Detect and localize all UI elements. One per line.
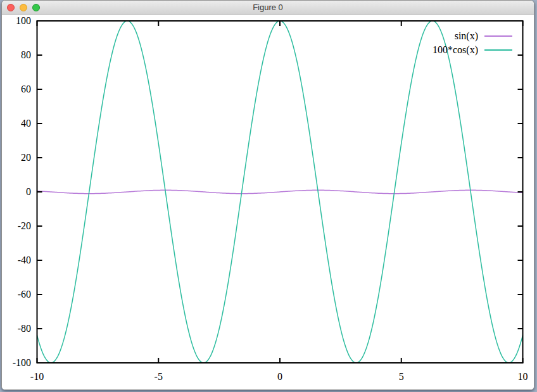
x-tick-label: -5 [139,371,177,383]
legend: sin(x)100*cos(x) [433,29,512,57]
gnuplot-figure-window: Figure 0 -100-80-60-40-20020406080100-10… [1,0,534,390]
y-tick-label: 20 [2,152,31,163]
legend-label: 100*cos(x) [433,44,478,56]
curve-sin-0 [37,190,523,193]
window-titlebar[interactable]: Figure 0 [2,1,534,15]
x-tick-label: 5 [382,371,420,383]
y-tick-label: -80 [2,323,31,334]
plot-canvas: -100-80-60-40-20020406080100-10-50510sin… [2,15,534,390]
y-tick-label: 60 [2,84,31,95]
x-tick-label: -10 [18,371,56,383]
y-tick-label: 80 [2,49,31,61]
plot-svg [2,15,534,390]
y-tick-label: -20 [2,220,31,232]
legend-line-sample [484,35,512,37]
legend-item: 100*cos(x) [433,43,512,57]
y-tick-label: -60 [2,289,31,300]
y-tick-label: 100 [2,15,31,27]
y-tick-label: 0 [2,186,31,198]
legend-label: sin(x) [455,30,478,42]
legend-line-sample [484,49,512,51]
y-tick-label: 40 [2,118,31,129]
y-tick-label: -40 [2,255,31,266]
window-title: Figure 0 [2,1,534,15]
legend-item: sin(x) [433,29,512,43]
x-tick-label: 10 [504,371,535,383]
x-tick-label: 0 [261,371,299,383]
y-tick-label: -100 [2,357,31,369]
